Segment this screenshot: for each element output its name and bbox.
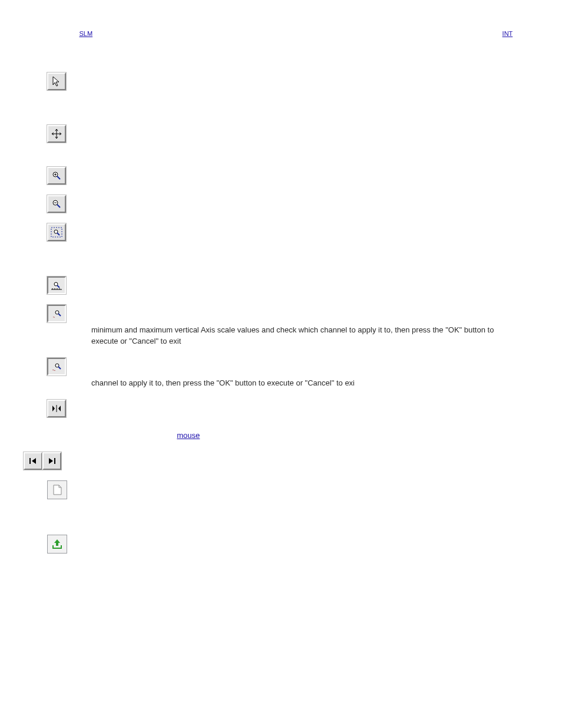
header-left-suffix: Utility software (831-INT(32)) program	[92, 30, 203, 37]
svg-marker-28	[54, 539, 60, 546]
cursor-icon[interactable]	[47, 73, 66, 90]
svg-line-5	[57, 205, 60, 207]
header-left-link[interactable]: SLM	[79, 30, 92, 37]
header-right-link[interactable]: INT	[503, 30, 513, 37]
item-export: Selecting the green up arrow icon button…	[47, 535, 515, 567]
zoom-box-icon[interactable]	[47, 223, 66, 241]
svg-marker-23	[58, 406, 61, 411]
item-new-annotation: Selecting the annotation icon button all…	[47, 480, 515, 524]
svg-rect-27	[54, 458, 55, 464]
header-right-prefix: Interpolated Data Display (831-	[412, 30, 502, 37]
item-cursor-body: the top of the display window from left …	[91, 93, 515, 115]
item-zoom-out-lead: Selecting the Zoom - icon button allows …	[72, 199, 394, 208]
item-manual-scale-x: Selecting the Manual Scale X icon button…	[47, 358, 515, 389]
new-annotation-icon[interactable]	[47, 480, 67, 499]
item-auto-scale-x: Selecting the Auto Scale X icon button r…	[47, 276, 515, 294]
svg-line-1	[57, 176, 60, 179]
item-manual-scale-x-body: channel to apply it to, then press the "…	[91, 378, 515, 389]
intro-line: The twelve icon buttons on the sub-toolb…	[47, 51, 341, 60]
end-marker-icon[interactable]	[42, 452, 61, 470]
export-icon[interactable]	[47, 535, 67, 554]
item-zoom-box: Selecting the dotted outline zoom icon b…	[47, 223, 515, 266]
page-header: Model 831 SLM Utility software (831-INT(…	[47, 29, 515, 39]
header-right-suffix: )	[513, 30, 515, 37]
marker-pair-body-link[interactable]: mouse	[177, 431, 200, 440]
item-export-body: button on either display (data) window o…	[91, 556, 515, 567]
item-zoom-out: Selecting the Zoom - icon button allows …	[47, 195, 515, 213]
item-auto-scale-x-lead: Selecting the Auto Scale X icon button r…	[72, 281, 322, 289]
svg-line-9	[57, 233, 59, 235]
item-manual-scale-y: Selecting the Manual Scale Y icon button…	[47, 305, 515, 347]
item-zoom-in-lead: Selecting the Zoom + icon button allows …	[72, 171, 388, 180]
item-marker-pair-lead: Selecting the Markers pair icon button p…	[72, 403, 447, 412]
item-move-lead: Selecting the 4 way-arrow icon button al…	[72, 129, 454, 138]
item-zoom-box-lead: Selecting the dotted outline zoom icon b…	[72, 228, 457, 236]
item-marker-pair: Selecting the Markers pair icon button p…	[47, 400, 515, 442]
start-marker-icon[interactable]	[24, 452, 42, 470]
item-zoom-box-body: full width of the display window by clic…	[91, 243, 515, 266]
svg-marker-26	[49, 458, 53, 464]
marker-pair-body-prefix: screen shot below) which allows one to s…	[91, 420, 503, 440]
svg-marker-25	[32, 458, 36, 464]
item-marker-pair-body: screen shot below) which allows one to s…	[91, 420, 515, 442]
svg-line-18	[58, 314, 61, 316]
svg-marker-21	[52, 406, 55, 411]
item-cursor: Selecting the Cursor icon button allows …	[47, 73, 515, 115]
item-manual-scale-x-lead: Selecting the Manual Scale X icon button…	[72, 361, 453, 370]
move-icon[interactable]	[47, 125, 66, 143]
marker-pair-body-suffix: button)	[200, 431, 226, 440]
item-export-lead: Selecting the green up arrow icon button…	[73, 539, 455, 548]
header-left-prefix: Model 831	[47, 30, 79, 37]
intro-text: The twelve icon buttons on the sub-toolb…	[47, 51, 515, 62]
auto-scale-x-icon[interactable]	[47, 276, 66, 294]
item-move: Selecting the 4 way-arrow icon button al…	[47, 125, 515, 156]
item-start-end-marker: Selecting the start or end Marker icon b…	[24, 452, 515, 470]
zoom-out-icon[interactable]	[47, 195, 66, 213]
zoom-in-icon[interactable]	[47, 167, 66, 185]
svg-rect-24	[29, 458, 31, 464]
marker-pair-icon[interactable]	[47, 400, 66, 417]
item-new-annotation-lead: Selecting the annotation icon button all…	[73, 485, 416, 494]
item-manual-scale-y-body: minimum and maximum vertical Axis scale …	[91, 325, 515, 347]
manual-scale-x-icon[interactable]	[47, 358, 66, 375]
svg-line-11	[57, 285, 59, 288]
item-zoom-in: Selecting the Zoom + icon button allows …	[47, 167, 515, 185]
item-cursor-lead: Selecting the Cursor icon button allows …	[72, 76, 455, 85]
item-new-annotation-body: This function allows to place a flag in …	[91, 502, 515, 524]
svg-line-20	[58, 367, 61, 369]
manual-scale-y-icon[interactable]	[47, 305, 66, 322]
item-manual-scale-y-lead: Selecting the Manual Scale Y icon button…	[72, 309, 419, 318]
item-move-body: mouse button down and drag the mouse in …	[91, 145, 515, 156]
item-start-end-lead: Selecting the start or end Marker icon b…	[67, 456, 345, 465]
